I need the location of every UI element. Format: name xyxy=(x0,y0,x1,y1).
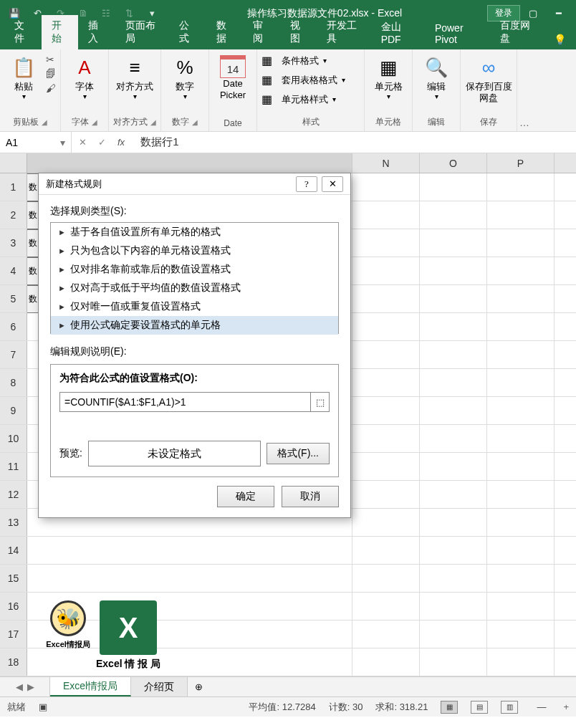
tab-view[interactable]: 视图 xyxy=(280,15,317,49)
qat-dropdown-icon[interactable]: ▾ xyxy=(142,4,162,24)
tell-me-icon[interactable]: 💡 xyxy=(544,29,576,49)
row-header[interactable]: 1 xyxy=(0,173,27,201)
row-header[interactable]: 18 xyxy=(0,648,27,676)
logo-bee: 🐝 Excel情报局 xyxy=(40,600,96,674)
row-header[interactable]: 2 xyxy=(0,201,27,229)
confirm-icon[interactable]: ✓ xyxy=(98,137,106,148)
edit-button[interactable]: 🔍编辑▾ xyxy=(417,52,456,101)
cells-button[interactable]: ▦单元格▾ xyxy=(369,52,408,101)
row-header[interactable]: 14 xyxy=(0,537,27,564)
col-p[interactable]: P xyxy=(487,153,555,173)
launcher-icon[interactable]: ◢ xyxy=(92,118,97,126)
page-break-icon[interactable]: ▥ xyxy=(501,701,518,714)
touch-icon[interactable]: ☷ xyxy=(96,4,116,24)
minimize-icon[interactable]: ━ xyxy=(546,4,572,24)
number-button[interactable]: %数字▾ xyxy=(165,52,204,101)
date-picker-button[interactable]: 14Date Picker xyxy=(213,52,252,100)
macro-icon[interactable]: ▣ xyxy=(39,701,47,712)
save-icon[interactable]: 💾 xyxy=(4,4,24,24)
row-header[interactable]: 7 xyxy=(0,341,27,368)
format-painter-icon[interactable]: 🖌 xyxy=(46,82,56,94)
launcher-icon[interactable]: ◢ xyxy=(192,118,198,126)
column-headers: N O P xyxy=(0,153,576,173)
chevron-down-icon[interactable]: ▾ xyxy=(60,137,65,148)
paste-button[interactable]: 📋 粘贴 ▾ xyxy=(4,52,43,101)
row-header[interactable]: 5 xyxy=(0,285,27,312)
preview-icon[interactable]: 🗎 xyxy=(73,4,93,24)
formula-input[interactable]: 数据行1 xyxy=(132,135,187,149)
row-cells[interactable] xyxy=(27,565,576,592)
launcher-icon[interactable]: ◢ xyxy=(42,118,47,126)
cancel-button[interactable]: 取消 xyxy=(282,486,339,507)
prev-sheet-icon[interactable]: ◀ xyxy=(16,681,23,692)
rule-item[interactable]: 仅对高于或低于平均值的数值设置格式 xyxy=(51,279,338,297)
next-sheet-icon[interactable]: ▶ xyxy=(27,681,34,692)
ok-button[interactable]: 确定 xyxy=(217,486,274,507)
tab-dev[interactable]: 开发工具 xyxy=(317,15,370,49)
sheet-tab[interactable]: 介绍页 xyxy=(131,677,188,696)
group-date: 14Date Picker Date xyxy=(209,49,257,131)
zoom-in-icon[interactable]: + xyxy=(563,701,569,712)
align-button[interactable]: ≡对齐方式▾ xyxy=(115,52,154,101)
row-header[interactable]: 3 xyxy=(0,229,27,257)
row-header[interactable]: 17 xyxy=(0,621,27,648)
cut-icon[interactable]: ✂ xyxy=(46,54,56,65)
row-header[interactable]: 15 xyxy=(0,565,27,592)
rule-type-list[interactable]: 基于各自值设置所有单元格的格式 只为包含以下内容的单元格设置格式 仅对排名靠前或… xyxy=(50,222,339,334)
row-header[interactable]: 13 xyxy=(0,509,27,536)
sort-icon[interactable]: ⇅ xyxy=(119,4,139,24)
sheet-nav[interactable]: ◀▶ xyxy=(0,677,50,696)
cancel-icon[interactable]: ✕ xyxy=(79,137,87,148)
group-font: A字体▾ 字体◢ xyxy=(61,49,109,131)
tab-formula[interactable]: 公式 xyxy=(169,15,206,49)
dialog-titlebar[interactable]: 新建格式规则 ? ✕ xyxy=(39,173,350,195)
row-header[interactable]: 8 xyxy=(0,369,27,396)
col-n[interactable]: N xyxy=(352,153,420,173)
close-button[interactable]: ✕ xyxy=(322,176,343,192)
row-header[interactable]: 11 xyxy=(0,453,27,480)
rule-item[interactable]: 使用公式确定要设置格式的单元格 xyxy=(51,316,338,335)
rule-item[interactable]: 只为包含以下内容的单元格设置格式 xyxy=(51,241,338,260)
format-button[interactable]: 格式(F)... xyxy=(267,443,330,464)
help-button[interactable]: ? xyxy=(296,176,317,192)
tab-review[interactable]: 审阅 xyxy=(243,15,280,49)
col-o[interactable]: O xyxy=(420,153,487,173)
conditional-format-button[interactable]: ▦条件格式 ▾ xyxy=(261,52,327,69)
tab-pdf[interactable]: 金山PDF xyxy=(371,16,425,49)
zoom-out-icon[interactable]: — xyxy=(537,701,546,712)
undo-icon[interactable]: ↶ xyxy=(27,4,47,24)
tab-powerpivot[interactable]: Power Pivot xyxy=(425,18,490,49)
tab-baidu[interactable]: 百度网盘 xyxy=(490,15,544,49)
rule-item[interactable]: 仅对唯一值或重复值设置格式 xyxy=(51,297,338,316)
row-header[interactable]: 6 xyxy=(0,313,27,340)
hidden-columns[interactable] xyxy=(27,153,352,173)
formula-field[interactable] xyxy=(60,393,310,411)
rule-item[interactable]: 基于各自值设置所有单元格的格式 xyxy=(51,223,338,241)
group-label: 单元格 xyxy=(375,116,401,128)
row-header[interactable]: 10 xyxy=(0,425,27,452)
select-all-corner[interactable] xyxy=(0,153,27,173)
font-button[interactable]: A字体▾ xyxy=(65,52,104,101)
fx-icon[interactable]: fx xyxy=(117,137,125,148)
range-picker-icon[interactable]: ⬚ xyxy=(310,393,329,411)
page-layout-icon[interactable]: ▤ xyxy=(471,701,488,714)
name-box[interactable]: A1▾ xyxy=(0,132,72,153)
save-baidu-button[interactable]: ∞保存到百度网盘 xyxy=(465,52,512,103)
sheet-tab-active[interactable]: Excel情报局 xyxy=(50,677,131,696)
cell-styles-button[interactable]: ▦单元格样式 ▾ xyxy=(261,91,336,107)
row-header[interactable]: 9 xyxy=(0,397,27,424)
row-cells[interactable] xyxy=(27,537,576,564)
table-format-button[interactable]: ▦套用表格格式 ▾ xyxy=(261,72,345,88)
redo-icon[interactable]: ↷ xyxy=(50,4,70,24)
copy-icon[interactable]: 🗐 xyxy=(46,68,56,80)
group-edit: 🔍编辑▾ 编辑 xyxy=(413,49,461,131)
tab-data[interactable]: 数据 xyxy=(206,15,244,49)
row: 15 xyxy=(0,565,576,593)
normal-view-icon[interactable]: ▦ xyxy=(441,701,458,714)
rule-item[interactable]: 仅对排名靠前或靠后的数值设置格式 xyxy=(51,260,338,279)
launcher-icon[interactable]: ◢ xyxy=(150,118,156,126)
add-sheet-button[interactable]: ⊕ xyxy=(188,677,209,696)
row-header[interactable]: 12 xyxy=(0,481,27,508)
row-header[interactable]: 4 xyxy=(0,257,27,284)
row-header[interactable]: 16 xyxy=(0,593,27,620)
